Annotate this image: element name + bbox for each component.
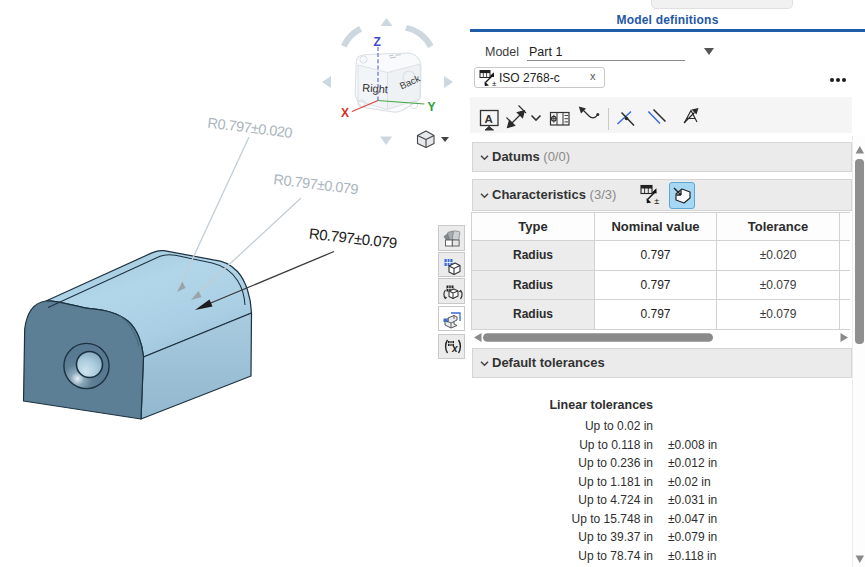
svg-text:±: ± bbox=[492, 79, 497, 87]
svg-text:R0.797±0.020: R0.797±0.020 bbox=[207, 115, 294, 141]
svg-text:Z: Z bbox=[374, 35, 381, 49]
svg-text:±: ± bbox=[654, 196, 659, 206]
svg-text:Y: Y bbox=[428, 100, 436, 114]
svg-text:Right: Right bbox=[362, 82, 388, 96]
svg-text:R0.797±0.079: R0.797±0.079 bbox=[308, 225, 398, 252]
svg-text:R0.797±0.079: R0.797±0.079 bbox=[273, 171, 360, 197]
svg-text:x: x bbox=[451, 343, 458, 354]
svg-text:X: X bbox=[341, 106, 349, 120]
svg-text:A: A bbox=[485, 113, 493, 125]
